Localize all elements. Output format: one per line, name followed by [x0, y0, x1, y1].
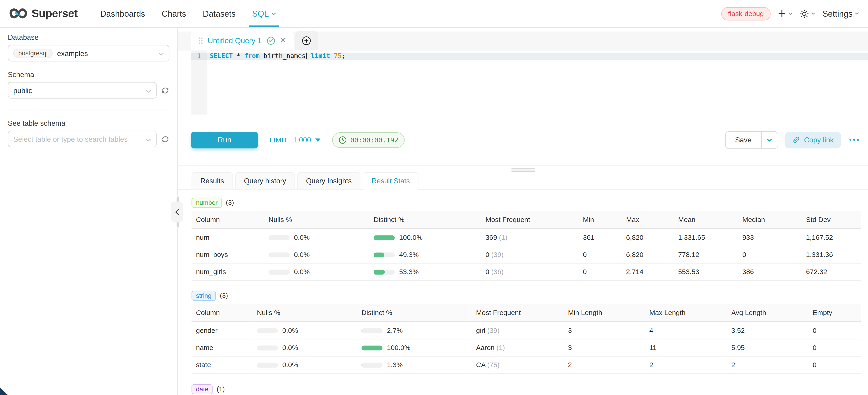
column-name: state: [191, 356, 252, 373]
environment-tag: flask-debug: [721, 7, 771, 20]
editor-tabstrip: Untitled Query 1: [178, 32, 868, 50]
chevron-down-icon: [146, 134, 151, 144]
chevron-down-icon: [272, 12, 277, 15]
table-select[interactable]: Select table or type to search tables: [8, 131, 157, 147]
copy-link-button[interactable]: Copy link: [785, 132, 841, 148]
column-name: num_girls: [191, 263, 264, 280]
main-nav: Dashboards Charts Datasets SQL: [92, 0, 285, 27]
active-code-line: 1 SELECT * from birth_names limit 75;: [191, 53, 868, 60]
query-timer: 00:00:00.192: [332, 132, 405, 148]
sql-toolbar: Run LIMIT: 1 000 00:00:00.192 Save: [178, 115, 868, 166]
save-button[interactable]: Save: [725, 132, 761, 148]
chevron-down-icon: [158, 48, 164, 58]
tab-result-stats[interactable]: Result Stats: [363, 172, 419, 189]
schema-label: Schema: [8, 70, 169, 79]
more-options-icon[interactable]: [849, 139, 859, 141]
sidebar-divider: [8, 110, 169, 110]
database-select[interactable]: postgresql examples: [8, 45, 169, 61]
column-name: gender: [191, 322, 252, 339]
nav-item-dashboards[interactable]: Dashboards: [92, 0, 154, 27]
nulls-bar: [257, 328, 278, 333]
superset-logo-icon: [9, 7, 28, 20]
column-name: num_boys: [191, 246, 264, 263]
mouse-cursor: [0, 387, 9, 395]
nulls-bar: [269, 252, 289, 257]
table-row: num_boys 0.0% 49.3% 0 (39) 0 6,820 778.1…: [191, 246, 861, 263]
chevron-down-icon: [788, 12, 793, 15]
query-tab[interactable]: Untitled Query 1: [191, 31, 294, 50]
top-navbar: Superset Dashboards Charts Datasets SQL …: [0, 0, 868, 28]
column-name: name: [191, 339, 252, 356]
line-number: 1: [191, 53, 207, 60]
string-stats-table: Column Nulls % Distinct % Most Frequent …: [191, 304, 861, 374]
section-string: string (3) Column Nulls % Distinct % Mos…: [191, 291, 861, 374]
chevron-down-icon: [855, 12, 859, 15]
section-number: number (3) Column Nulls % Distinct % Mos…: [191, 198, 861, 281]
schema-value: public: [13, 86, 32, 94]
schema-select[interactable]: public: [8, 82, 157, 98]
column-name: num: [191, 229, 264, 246]
close-tab-icon[interactable]: [280, 36, 286, 44]
plus-icon: [778, 9, 786, 18]
database-label: Database: [8, 33, 169, 41]
collapse-sidebar-button[interactable]: [171, 202, 183, 222]
chevron-left-icon: [175, 209, 179, 215]
distinct-bar: [374, 235, 395, 240]
new-item-button[interactable]: [778, 9, 793, 18]
caret-down-icon: [315, 138, 320, 142]
theme-toggle[interactable]: [800, 9, 815, 18]
sql-lab-page: Superset Dashboards Charts Datasets SQL …: [0, 0, 868, 395]
tab-query-history[interactable]: Query history: [235, 172, 295, 189]
navbar-right: flask-debug Settings: [721, 7, 868, 20]
nav-item-sql[interactable]: SQL: [244, 0, 285, 27]
sun-icon: [800, 9, 809, 18]
clock-icon: [339, 136, 346, 144]
sql-editor-area: Untitled Query 1 1 SELEC: [178, 27, 868, 395]
type-tag-number: number: [191, 198, 222, 208]
distinct-bar: [374, 269, 395, 274]
link-icon: [792, 136, 800, 144]
tab-results[interactable]: Results: [191, 172, 233, 189]
table-row: state 0.0% 1.3% CA (75) 2 2 2 0: [191, 356, 861, 373]
limit-value: 1 000: [293, 136, 311, 144]
distinct-bar: [362, 328, 382, 333]
database-engine-tag: postgresql: [13, 49, 53, 58]
nulls-bar: [257, 345, 278, 350]
refresh-schemas-icon[interactable]: [161, 86, 169, 94]
run-button[interactable]: Run: [191, 132, 258, 148]
table-header-row: Column Nulls % Distinct % Most Frequent …: [191, 304, 861, 322]
table-row: num 0.0% 100.0% 369 (1) 361 6,820 1,331.…: [191, 229, 861, 246]
table-header-row: Column Nulls % Distinct % Most Frequent …: [191, 211, 861, 229]
refresh-tables-icon[interactable]: [161, 135, 169, 143]
table-row: num_girls 0.0% 53.3% 0 (36) 0 2,714 553.…: [191, 263, 861, 280]
limit-dropdown[interactable]: LIMIT: 1 000: [270, 136, 320, 144]
save-options-button[interactable]: [761, 132, 777, 148]
panel-splitter[interactable]: [178, 166, 868, 171]
saved-check-icon: [267, 36, 275, 44]
distinct-bar: [362, 362, 382, 367]
settings-menu[interactable]: Settings: [823, 9, 859, 18]
type-count: (3): [226, 199, 234, 207]
nav-item-datasets[interactable]: Datasets: [194, 0, 244, 27]
table-row: gender 0.0% 2.7% girl (39) 3 4 3.52 0: [191, 322, 861, 339]
type-tag-string: string: [191, 291, 216, 301]
chevron-down-icon: [146, 85, 151, 95]
type-count: (3): [220, 292, 228, 299]
sql-code-editor[interactable]: 1 SELECT * from birth_names limit 75;: [178, 51, 868, 115]
result-stats-panel: number (3) Column Nulls % Distinct % Mos…: [191, 190, 861, 395]
superset-brand[interactable]: Superset: [9, 7, 78, 20]
chevron-down-icon: [767, 138, 772, 142]
plus-circle-icon: [302, 36, 311, 45]
brand-name: Superset: [32, 7, 78, 20]
new-query-tab-button[interactable]: [295, 31, 318, 50]
save-split-button: Save: [725, 131, 778, 149]
editor-gutter: [191, 51, 207, 115]
tab-query-insights[interactable]: Query Insights: [297, 172, 361, 189]
chevron-down-icon: [811, 12, 815, 15]
nav-item-charts[interactable]: Charts: [153, 0, 194, 27]
nulls-bar: [269, 235, 289, 240]
drag-handle-icon[interactable]: [199, 37, 203, 44]
table-select-placeholder: Select table or type to search tables: [13, 135, 128, 143]
table-schema-label: See table schema: [8, 119, 169, 127]
sql-statement: SELECT * from birth_names limit 75;: [210, 53, 345, 60]
